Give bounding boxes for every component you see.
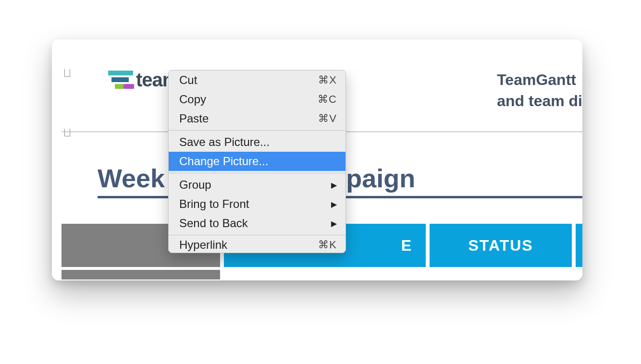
menu-item-shortcut: ⌘K	[318, 239, 337, 251]
column-header-e: E	[401, 237, 412, 255]
header-tagline: TeamGantt and team di	[497, 69, 582, 111]
menu-item-label: Send to Back	[179, 217, 331, 230]
logo-bars-icon	[108, 71, 133, 90]
menu-item-label: Bring to Front	[179, 197, 331, 211]
table-row-stub	[62, 270, 220, 279]
submenu-arrow-icon: ▶	[331, 200, 337, 209]
menu-item-send-to-back[interactable]: Send to Back ▶	[169, 214, 345, 233]
menu-separator	[169, 173, 345, 173]
context-menu: Cut ⌘X Copy ⌘C Paste ⌘V Save as Picture.…	[168, 70, 346, 253]
menu-item-shortcut: ⌘X	[318, 74, 337, 86]
menu-item-group[interactable]: Group ▶	[169, 175, 345, 194]
table-header-next	[576, 224, 582, 267]
menu-item-label: Paste	[179, 112, 318, 125]
menu-item-copy[interactable]: Copy ⌘C	[169, 90, 345, 109]
menu-separator	[169, 235, 345, 235]
menu-item-label: Hyperlink	[179, 238, 318, 252]
menu-item-hyperlink[interactable]: Hyperlink ⌘K	[169, 237, 345, 253]
menu-item-change-picture[interactable]: Change Picture...	[169, 152, 345, 171]
header-line-2: and team di	[497, 90, 582, 111]
ruler-mark-icon	[64, 129, 70, 136]
menu-item-label: Save as Picture...	[179, 135, 337, 149]
menu-item-cut[interactable]: Cut ⌘X	[169, 71, 345, 90]
menu-item-label: Copy	[179, 93, 318, 106]
table-header-status: STATUS	[430, 224, 572, 267]
menu-separator	[169, 130, 345, 131]
window-card: teamgantt TeamGantt and team di Week ew …	[52, 39, 582, 280]
menu-item-save-as-picture[interactable]: Save as Picture...	[169, 133, 345, 152]
menu-item-label: Change Picture...	[179, 155, 337, 168]
column-header-status: STATUS	[468, 237, 533, 255]
menu-item-label: Cut	[179, 73, 318, 87]
menu-item-label: Group	[179, 178, 331, 192]
menu-item-shortcut: ⌘C	[318, 93, 337, 106]
document-canvas: teamgantt TeamGantt and team di Week ew …	[62, 69, 582, 280]
menu-item-bring-to-front[interactable]: Bring to Front ▶	[169, 194, 345, 214]
submenu-arrow-icon: ▶	[331, 181, 337, 190]
ruler-mark-icon	[64, 69, 70, 77]
menu-item-paste[interactable]: Paste ⌘V	[169, 109, 345, 128]
header-line-1: TeamGantt	[497, 69, 582, 90]
menu-item-shortcut: ⌘V	[318, 112, 337, 125]
submenu-arrow-icon: ▶	[331, 219, 337, 228]
